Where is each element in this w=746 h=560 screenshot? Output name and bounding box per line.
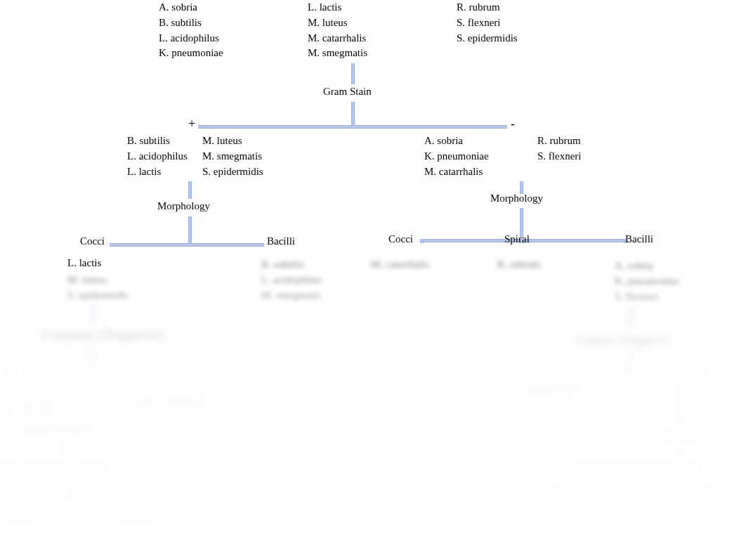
left-cocci-blurred: M. luteus S. epidermidis — [67, 273, 129, 304]
cocci-label-right: Cocci — [388, 233, 413, 245]
motility-left-result: A. sobria — [532, 485, 571, 497]
spiral-label: Spiral — [504, 233, 530, 245]
left-bacilli-blurred: B. subtilis L. acidophilus M. smegmatis — [261, 257, 322, 303]
connector-line — [67, 439, 70, 457]
species-item: B. subtilis — [261, 257, 322, 273]
plus-sign: + — [562, 458, 568, 470]
gram-neg-col-1: A. sobria K. pneumoniae M. catarrhalis — [424, 134, 489, 179]
species-item: S. epidermidis — [67, 288, 129, 304]
top-species-col-3: R. rubrum S. flexneri S. epidermidis — [457, 0, 518, 46]
morphology-label-right: Morphology — [490, 193, 543, 204]
minus-sign: - — [709, 458, 713, 470]
minus-sign: - — [169, 365, 172, 377]
plus-sign: + — [188, 117, 195, 131]
species-item: L. lactis — [308, 0, 367, 15]
gram-pos-col-1: B. subtilis L. acidophilus L. lactis — [127, 134, 188, 179]
species-item: S. epidermidis — [202, 164, 263, 180]
species-item: M. smegmatis — [308, 46, 367, 61]
species-item: R. rubrum — [457, 0, 518, 15]
species-item: M. luteus — [308, 15, 367, 31]
right-cat-right-col: A. sobria S. flexneri — [674, 381, 718, 412]
species-item: K. pneumoniae — [424, 149, 489, 164]
motility-right-result: S. flexneri — [692, 485, 735, 497]
motility-label: Motility — [660, 430, 700, 444]
catalase-neg-result: M. Luteus — [137, 392, 200, 410]
connector-line — [629, 350, 632, 367]
split-line — [572, 464, 706, 467]
split-line — [110, 243, 264, 247]
connector-line — [678, 413, 681, 429]
top-species-col-1: A. sobria B. subtilis L. acidophilus K. … — [159, 0, 223, 61]
species-item: M. luteus — [67, 273, 129, 288]
species-item: S. flexneri — [537, 149, 581, 164]
species-item: K. pneumoniae — [159, 46, 223, 61]
species-item: R. rubrum — [537, 134, 581, 149]
cell-arr-right-label: Clusters — [105, 506, 156, 524]
species-item: L. acidophilus — [261, 273, 322, 288]
connector-line — [91, 348, 95, 369]
plus-sign: + — [551, 364, 557, 376]
connector-line — [420, 239, 424, 243]
right-cocci-result: M. catarrhalis — [371, 259, 429, 271]
cell-arrangement-label: Cell arrangement — [0, 457, 107, 475]
split-line — [7, 499, 133, 502]
species-item: M. catarrhalis — [308, 31, 367, 46]
catalase-pos-col: L. lactis S. epidermidis — [0, 392, 89, 441]
top-species-col-2: L. lactis M. luteus M. catarrhalis M. sm… — [308, 0, 367, 61]
species-item: A. sobria — [615, 259, 679, 274]
connector-line — [678, 447, 681, 462]
gram-pos-col-2: M. luteus M. smegmatis S. epidermidis — [202, 134, 263, 179]
species-item: L. lactis — [127, 164, 188, 180]
connector-line — [629, 308, 632, 329]
cocci-label: Cocci — [80, 235, 105, 247]
species-item: A. sobria — [424, 134, 489, 149]
species-item: S. flexneri — [457, 15, 518, 31]
connector-line — [188, 181, 192, 199]
morphology-label-left: Morphology — [157, 200, 210, 212]
right-spiral-result: R. rubrum — [497, 259, 541, 271]
connector-line — [351, 63, 355, 84]
species-item: M. smegmatis — [202, 149, 263, 164]
plus-sign: + — [7, 365, 13, 377]
split-line — [198, 125, 507, 129]
right-bacilli-blurred: A. sobria K. pneumoniae S. flexneri — [615, 259, 679, 304]
left-cocci-result-visible: L. lactis — [67, 257, 101, 269]
minus-sign: - — [511, 117, 515, 131]
right-catalase-label: Catalase (Negative) — [575, 334, 669, 348]
connector-line — [188, 216, 192, 243]
species-item: L. lactis — [0, 392, 89, 417]
species-item: S. epidermidis — [457, 31, 518, 46]
species-item: M. smegmatis — [261, 288, 322, 304]
species-item: S. flexneri — [615, 289, 679, 305]
species-item: B. subtilis — [159, 15, 223, 31]
species-item: M. catarrhalis — [424, 164, 489, 180]
right-cat-left-result: K. pneumoniae — [513, 384, 577, 396]
split-line — [562, 369, 702, 372]
gram-stain-label: Gram Stain — [323, 86, 372, 98]
bacilli-label: Bacilli — [267, 235, 295, 247]
species-item: L. acidophilus — [127, 149, 188, 164]
connector-line — [351, 102, 355, 126]
species-item: K. pneumoniae — [615, 274, 679, 289]
connector-line — [67, 481, 70, 498]
split-line — [22, 371, 163, 375]
cell-arr-right-result: S. epidermidis — [83, 533, 172, 551]
species-item: S. epidermidis — [0, 417, 89, 441]
catalase-label: Catalase (Negative) — [42, 325, 164, 344]
cell-arr-left-label: Strep — [0, 506, 32, 524]
cell-arr-left-result: L. lactis — [0, 533, 50, 551]
bacilli-label-right: Bacilli — [625, 233, 653, 245]
species-item: S. flexneri — [674, 396, 718, 412]
species-item: A. sobria — [159, 0, 223, 15]
species-item: B. subtilis — [127, 134, 188, 149]
connector-line — [91, 304, 95, 325]
minus-sign: - — [706, 364, 709, 376]
gram-neg-col-2: R. rubrum S. flexneri — [537, 134, 581, 164]
species-item: A. sobria — [674, 381, 718, 396]
species-item: M. luteus — [202, 134, 263, 149]
species-item: L. acidophilus — [159, 31, 223, 46]
